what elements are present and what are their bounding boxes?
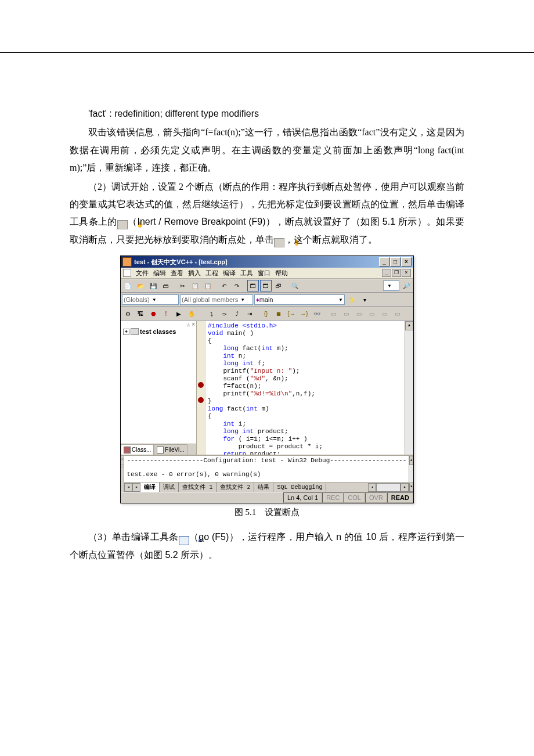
output-tab-find2[interactable]: 查找文件 2 xyxy=(217,483,254,492)
tab-scroll-left-icon[interactable]: ◂ xyxy=(124,483,132,492)
registers-icon[interactable]: ▭ xyxy=(353,308,365,319)
classview-tab[interactable]: Class... xyxy=(121,444,154,455)
undo-icon[interactable]: ↶ xyxy=(218,280,230,291)
error-line: 'fact' : redefinition; different type mo… xyxy=(70,105,464,123)
show-next-icon[interactable]: →} xyxy=(298,308,310,319)
watch-icon[interactable]: ▭ xyxy=(327,308,339,319)
menu-project[interactable]: 工程 xyxy=(205,269,218,278)
minimize-button[interactable]: _ xyxy=(379,257,389,267)
stop-build-icon[interactable]: ⬣ xyxy=(147,308,159,319)
output-tab-debug[interactable]: 调试 xyxy=(160,483,179,492)
tree-root-label: test classes xyxy=(140,328,176,335)
variables-icon[interactable]: ▭ xyxy=(340,308,352,319)
window-list-icon[interactable]: 🗗 xyxy=(273,280,284,291)
menu-build[interactable]: 编译 xyxy=(223,269,236,278)
output-tab-sql[interactable]: SQL Debugging xyxy=(273,484,326,491)
close-button[interactable]: × xyxy=(401,257,412,267)
title-bar[interactable]: test - 创天中文VC++ - [test.cpp] _ □ × xyxy=(121,256,413,268)
find-icon[interactable]: 🔍 xyxy=(289,280,301,291)
fileview-tab[interactable]: FileVi... xyxy=(154,444,187,455)
quickwatch-icon[interactable]: 👓 xyxy=(311,308,323,319)
go-icon[interactable]: ▶ xyxy=(173,308,185,319)
mdi-restore[interactable]: ❐ xyxy=(392,269,401,277)
editor-vscroll[interactable]: ▴ ▾ xyxy=(405,321,413,467)
members-combo[interactable]: (All global members▼ xyxy=(180,294,253,305)
pane-close-icon[interactable]: ▵ × xyxy=(187,321,195,327)
copy-icon[interactable]: 📋 xyxy=(189,280,201,291)
mdi-close[interactable]: × xyxy=(402,269,411,277)
compile-icon[interactable]: ⚙ xyxy=(122,308,134,319)
work-area: ▵ × + test classes Class... FileVi... xyxy=(121,321,413,455)
class-tree[interactable]: ▵ × + test classes xyxy=(121,321,196,444)
breakpoint-gutter[interactable] xyxy=(197,321,205,467)
menu-help[interactable]: 帮助 xyxy=(275,269,288,278)
restart-icon[interactable]: {} xyxy=(260,308,272,319)
menu-insert[interactable]: 插入 xyxy=(188,269,201,278)
para-2b: （Inert / Remove Breakpoint (F9)），断点就设置好了… xyxy=(70,217,464,244)
document-page: 'fact' : redefinition; different type mo… xyxy=(0,52,534,588)
output-tabs: ◂ ▸ 编译 调试 查找文件 1 查找文件 2 结果 SQL Debugging… xyxy=(124,482,409,492)
run-to-cursor-icon[interactable]: ⇥ xyxy=(244,308,255,319)
scroll-down-icon[interactable]: ▾ xyxy=(409,483,413,492)
output-text[interactable]: --------------------Configuration: test … xyxy=(124,456,409,482)
save-all-icon[interactable]: 🗃 xyxy=(160,280,172,291)
stop-icon[interactable]: ⏹ xyxy=(273,308,284,319)
menu-window[interactable]: 窗口 xyxy=(258,269,270,278)
wand-icon[interactable]: ✨ xyxy=(346,294,358,305)
output-tab-results[interactable]: 结果 xyxy=(254,483,273,492)
code-area[interactable]: #include <stdio.h> void main( ) { long f… xyxy=(205,321,405,467)
menu-file[interactable]: 文件 xyxy=(136,269,149,278)
step-into-icon[interactable]: ⤵ xyxy=(205,308,217,319)
function-combo[interactable]: ♦ main▼ xyxy=(254,294,345,305)
breakpoint-marker-icon[interactable] xyxy=(198,397,204,403)
save-icon[interactable]: 💾 xyxy=(147,280,159,291)
redo-icon[interactable]: ↷ xyxy=(231,280,243,291)
scope-combo[interactable]: (Globals)▼ xyxy=(122,294,179,305)
output-hscroll-right-icon[interactable]: ▸ xyxy=(400,483,409,492)
output-icon[interactable]: 🗔 xyxy=(260,280,272,291)
next-statement-icon[interactable]: {→ xyxy=(286,308,297,319)
callstack-icon[interactable]: ▭ xyxy=(378,308,390,319)
breakpoint-marker-icon[interactable] xyxy=(198,382,204,388)
scroll-up-icon[interactable]: ▴ xyxy=(405,321,413,330)
memory-icon[interactable]: ▭ xyxy=(366,308,377,319)
expand-icon[interactable]: + xyxy=(123,329,129,335)
menu-bar: 文件 编辑 查看 插入 工程 编译 工具 窗口 帮助 _ ❐ × xyxy=(121,268,413,279)
scroll-up-icon[interactable]: ▴ xyxy=(409,456,413,465)
output-tab-find1[interactable]: 查找文件 1 xyxy=(179,483,217,492)
status-position: Ln 4, Col 1 xyxy=(283,492,322,503)
classview-icon xyxy=(124,447,131,453)
tree-root[interactable]: + test classes xyxy=(123,328,194,335)
output-hscroll-track[interactable] xyxy=(376,483,400,492)
build-icon[interactable]: 🏗 xyxy=(135,308,146,319)
para-2c: ，这个断点就取消了。 xyxy=(284,235,377,244)
output-vscroll[interactable]: ▴ ▾ xyxy=(409,456,413,492)
disassembly-icon[interactable]: ▭ xyxy=(391,308,403,319)
menu-view[interactable]: 查看 xyxy=(171,269,183,278)
paste-icon[interactable]: 📋 xyxy=(202,280,214,291)
find-combo[interactable]: ▼ xyxy=(383,280,399,291)
code-editor[interactable]: #include <stdio.h> void main( ) { long f… xyxy=(197,321,413,467)
new-icon[interactable]: 📄 xyxy=(122,280,134,291)
output-pane: ×▢ --------------------Configuration: te… xyxy=(121,455,413,492)
step-over-icon[interactable]: ⤼ xyxy=(218,308,230,319)
menu-edit[interactable]: 编辑 xyxy=(153,269,166,278)
find-in-files-icon[interactable]: 🔎 xyxy=(400,280,412,291)
workspace-icon[interactable]: 🗔 xyxy=(247,280,259,291)
output-tab-build[interactable]: 编译 xyxy=(140,483,160,492)
menu-tools[interactable]: 工具 xyxy=(240,269,253,278)
output-hscroll-left-icon[interactable]: ◂ xyxy=(368,483,376,492)
mdi-minimize[interactable]: _ xyxy=(382,269,391,277)
error-text: 'fact' : redefinition; different type mo… xyxy=(88,109,259,118)
maximize-button[interactable]: □ xyxy=(390,257,400,267)
wand-dropdown-icon[interactable]: ▾ xyxy=(359,294,370,305)
execute-icon[interactable]: ! xyxy=(160,308,172,319)
workspace-tabs: Class... FileVi... xyxy=(121,444,196,455)
tab-scroll-right-icon[interactable]: ▸ xyxy=(132,483,140,492)
build-toolbar: ⚙ 🏗 ⬣ ! ▶ ✋ ⤵ ⤼ ⤴ ⇥ {} ⏹ {→ →} 👓 ▭ ▭ ▭ ▭… xyxy=(121,307,413,321)
breakpoint-hand-icon: ✋ xyxy=(117,220,128,229)
cut-icon[interactable]: ✂ xyxy=(176,280,188,291)
open-icon[interactable]: 📂 xyxy=(135,280,146,291)
step-out-icon[interactable]: ⤴ xyxy=(231,308,243,319)
breakpoint-icon[interactable]: ✋ xyxy=(186,308,197,319)
